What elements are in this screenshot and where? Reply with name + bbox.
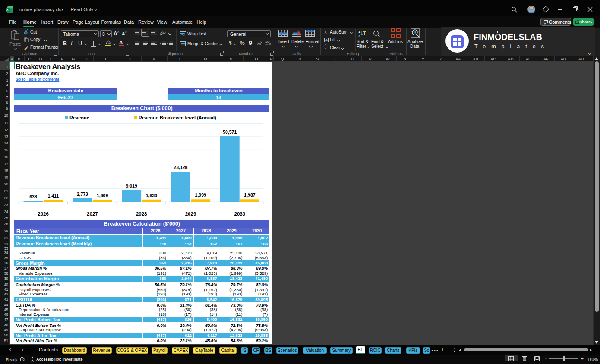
svg-text:1,830: 1,830 [146, 193, 157, 198]
svg-text:2026: 2026 [38, 211, 49, 217]
svg-text:1,999: 1,999 [195, 192, 206, 198]
svg-text:2027: 2027 [87, 211, 98, 217]
svg-text:2,773: 2,773 [77, 191, 88, 197]
svg-text:2030: 2030 [234, 211, 246, 217]
svg-text:Revenue: Revenue [69, 115, 89, 120]
svg-text:1,411: 1,411 [47, 193, 59, 198]
svg-text:9,019: 9,019 [126, 183, 137, 188]
svg-text:2028: 2028 [136, 211, 147, 217]
svg-text:50,571: 50,571 [223, 129, 237, 135]
svg-text:23,128: 23,128 [174, 165, 187, 170]
svg-text:1,609: 1,609 [97, 193, 108, 198]
svg-text:Z: Z [358, 34, 360, 38]
svg-text:Revenue Breakeven level (Annua: Revenue Breakeven level (Annual) [139, 115, 216, 120]
svg-text:2029: 2029 [185, 211, 196, 217]
svg-text:1,987: 1,987 [244, 192, 255, 198]
svg-text:638: 638 [29, 194, 37, 199]
